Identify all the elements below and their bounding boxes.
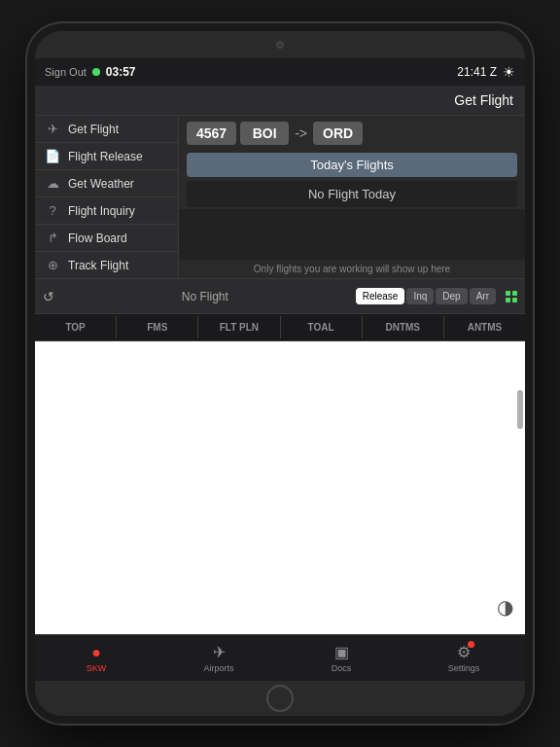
scroll-thumb[interactable] — [517, 390, 523, 429]
sign-out-label[interactable]: Sign Out — [45, 66, 87, 78]
subtab-antms[interactable]: ANTMS — [444, 316, 525, 338]
home-button[interactable] — [266, 685, 294, 712]
settings-icon: ⚙ — [457, 643, 471, 661]
tab-group: Release Inq Dep Arr — [356, 288, 496, 304]
airports-icon: ✈ — [213, 643, 226, 661]
bottom-tab-skw[interactable]: ● SKW — [35, 644, 158, 673]
todays-flights-button[interactable]: Today's Flights — [187, 153, 517, 177]
airports-label: Airports — [203, 663, 233, 673]
no-flight-bar: ↺ No Flight Release Inq Dep Arr — [35, 279, 525, 314]
screen: Sign Out 03:57 21:41 Z ☀ Get Flight ✈ — [35, 58, 525, 681]
tab-release[interactable]: Release — [356, 288, 405, 304]
nav-label-get-weather: Get Weather — [68, 177, 134, 191]
flow-icon: ↱ — [45, 231, 60, 245]
no-flight-label: No Flight — [60, 290, 350, 303]
tablet: Sign Out 03:57 21:41 Z ☀ Get Flight ✈ — [27, 23, 533, 724]
cloud-icon: ☁ — [45, 176, 60, 191]
settings-badge — [468, 641, 474, 648]
sub-nav: TOP FMS FLT PLN TOAL DNTMS ANTMS — [35, 314, 525, 341]
camera — [276, 41, 284, 49]
nav-label-get-flight: Get Flight — [68, 123, 119, 136]
main-content: Get Flight ✈ Get Flight 📄 Flight Release… — [35, 86, 525, 681]
docs-icon: ▣ — [334, 643, 349, 661]
nav-label-track-flight: Track Flight — [68, 259, 128, 272]
subtab-flt-pln[interactable]: FLT PLN — [198, 316, 280, 338]
nav-label-flight-release: Flight Release — [68, 150, 143, 163]
nav-item-flight-inquiry[interactable]: ? Flight Inquiry — [35, 197, 178, 225]
nav-sidebar: ✈ Get Flight 📄 Flight Release ☁ Get Weat… — [35, 116, 179, 278]
route-arrow-icon: -> — [293, 125, 309, 141]
plane-icon: ✈ — [45, 122, 60, 136]
tablet-top-bezel — [35, 31, 525, 58]
subtab-top[interactable]: TOP — [35, 316, 117, 338]
question-icon: ? — [45, 203, 60, 218]
bottom-tab-docs[interactable]: ▣ Docs — [280, 643, 402, 673]
nav-item-get-weather[interactable]: ☁ Get Weather — [35, 170, 178, 197]
skw-icon: ● — [91, 644, 101, 661]
nav-label-flight-inquiry: Flight Inquiry — [68, 204, 135, 218]
nav-item-flow-board[interactable]: ↱ Flow Board — [35, 225, 178, 252]
page-title: Get Flight — [454, 92, 513, 108]
globe-icon: ⊕ — [45, 258, 60, 272]
content-area: ◑ — [35, 341, 525, 634]
status-left: Sign Out 03:57 — [45, 65, 136, 79]
refresh-icon[interactable]: ↺ — [43, 289, 54, 304]
subtab-fms[interactable]: FMS — [117, 316, 198, 338]
tablet-bottom-bezel — [35, 681, 525, 716]
zulu-time: 21:41 Z — [457, 65, 497, 79]
origin-box[interactable]: BOI — [240, 122, 289, 145]
skw-label: SKW — [87, 663, 107, 673]
subtab-dntms[interactable]: DNTMS — [363, 316, 444, 338]
tab-arr[interactable]: Arr — [470, 288, 496, 304]
page-header: Get Flight — [35, 86, 525, 116]
no-flight-today-label: No Flight Today — [187, 181, 517, 207]
flight-info-note: Only flights you are working will show u… — [179, 260, 525, 278]
expand-icon[interactable] — [506, 291, 517, 302]
status-bar: Sign Out 03:57 21:41 Z ☀ — [35, 58, 525, 86]
half-circle-icon[interactable]: ◑ — [497, 595, 513, 619]
flight-route-bar: 4567 BOI -> ORD — [179, 116, 525, 151]
tab-inq[interactable]: Inq — [406, 288, 434, 304]
nav-item-flight-release[interactable]: 📄 Flight Release — [35, 143, 178, 170]
tab-dep[interactable]: Dep — [436, 288, 467, 304]
subtab-toal[interactable]: TOAL — [281, 316, 363, 338]
bottom-tab-settings[interactable]: ⚙ Settings — [402, 643, 525, 673]
two-panel: ✈ Get Flight 📄 Flight Release ☁ Get Weat… — [35, 116, 525, 279]
nav-item-get-flight[interactable]: ✈ Get Flight — [35, 116, 178, 143]
destination-box[interactable]: ORD — [313, 122, 363, 145]
nav-item-track-flight[interactable]: ⊕ Track Flight — [35, 252, 178, 279]
local-time: 03:57 — [106, 65, 136, 79]
flight-panel: 4567 BOI -> ORD Today's Flights No Fligh… — [179, 116, 525, 278]
connection-indicator — [92, 68, 100, 76]
bottom-tabbar: ● SKW ✈ Airports ▣ Docs ⚙ Settings — [35, 634, 525, 681]
doc-icon: 📄 — [45, 149, 60, 163]
status-right: 21:41 Z ☀ — [457, 64, 515, 80]
bottom-tab-airports[interactable]: ✈ Airports — [158, 643, 280, 673]
settings-label: Settings — [448, 663, 480, 673]
flight-number-box[interactable]: 4567 — [187, 122, 236, 145]
docs-label: Docs — [332, 663, 352, 673]
nav-label-flow-board: Flow Board — [68, 231, 127, 245]
brightness-icon[interactable]: ☀ — [503, 64, 515, 80]
